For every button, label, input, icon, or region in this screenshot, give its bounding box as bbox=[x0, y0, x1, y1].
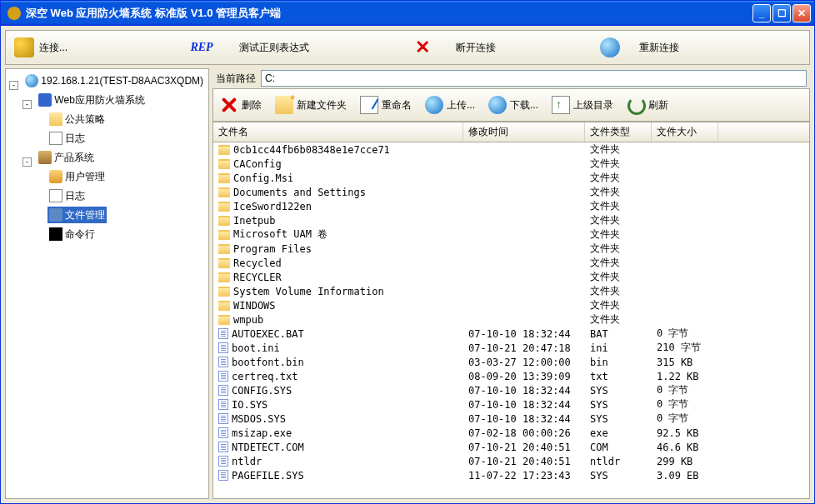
header-spacer bbox=[718, 122, 809, 142]
file-type: bin bbox=[585, 357, 652, 368]
folder-icon bbox=[218, 301, 230, 311]
header-name[interactable]: 文件名 bbox=[213, 122, 463, 142]
x-icon: ✕ bbox=[415, 37, 430, 58]
reconnect-icon-button[interactable] bbox=[589, 31, 631, 64]
file-type: 文件夹 bbox=[585, 199, 652, 213]
file-name: System Volume Information bbox=[233, 286, 384, 297]
file-row[interactable]: IceSword122en文件夹 bbox=[213, 199, 809, 213]
file-row[interactable]: boot.ini07-10-21 20:47:18ini210 字节 bbox=[213, 341, 809, 355]
up-icon bbox=[552, 96, 570, 114]
file-row[interactable]: ntldr07-10-21 20:40:51ntldr299 KB bbox=[213, 454, 809, 468]
header-size[interactable]: 文件大小 bbox=[652, 122, 718, 142]
file-row[interactable]: RECYCLER文件夹 bbox=[213, 270, 809, 284]
tree-product-sys[interactable]: 产品系统 bbox=[37, 149, 96, 166]
file-date: 11-07-22 17:23:43 bbox=[463, 470, 585, 482]
file-name: IO.SYS bbox=[232, 399, 268, 411]
tree-user-label: 用户管理 bbox=[65, 169, 105, 184]
app-icon bbox=[8, 7, 21, 20]
file-name: AUTOEXEC.BAT bbox=[232, 328, 304, 340]
file-row[interactable]: AUTOEXEC.BAT07-10-10 18:32:44BAT0 字节 bbox=[213, 327, 809, 341]
test-regex-button[interactable]: 测试正则表达式 bbox=[231, 31, 398, 64]
file-name: Config.Msi bbox=[233, 172, 293, 184]
connect-button[interactable]: 连接... bbox=[6, 31, 172, 64]
file-row[interactable]: Config.Msi文件夹 bbox=[213, 171, 809, 185]
tree-toggle-product[interactable]: - bbox=[22, 157, 32, 167]
file-row[interactable]: Recycled文件夹 bbox=[213, 256, 809, 270]
filemgr-icon bbox=[49, 208, 62, 222]
file-date: 08-09-20 13:39:09 bbox=[463, 371, 585, 382]
rep-button[interactable]: REP bbox=[172, 31, 231, 64]
tree-log1[interactable]: 日志 bbox=[48, 130, 87, 147]
tree-waf[interactable]: Web应用防火墙系统 bbox=[37, 92, 146, 108]
tree-waf-label: Web应用防火墙系统 bbox=[54, 92, 144, 107]
path-input[interactable] bbox=[261, 70, 807, 87]
tree-log2[interactable]: 日志 bbox=[48, 187, 87, 204]
folder-icon bbox=[218, 202, 230, 212]
file-size: 3.09 EB bbox=[652, 470, 718, 482]
file-name: certreq.txt bbox=[232, 371, 298, 382]
folder-icon bbox=[218, 173, 230, 183]
file-row[interactable]: System Volume Information文件夹 bbox=[213, 284, 809, 298]
tree-user-mgmt[interactable]: 用户管理 bbox=[48, 168, 107, 185]
tree-root[interactable]: 192.168.1.21(TEST-D8AAC3XQDM) bbox=[23, 72, 205, 89]
file-row[interactable]: IO.SYS07-10-10 18:32:44SYS0 字节 bbox=[213, 397, 809, 412]
maximize-button[interactable]: ☐ bbox=[772, 4, 791, 22]
tree-cmd[interactable]: 命令行 bbox=[48, 226, 97, 242]
file-type: 文件夹 bbox=[585, 185, 652, 199]
disconnect-x-button[interactable]: ✕ bbox=[398, 31, 448, 64]
main-split: - 192.168.1.21(TEST-D8AAC3XQDM) - bbox=[5, 68, 810, 499]
tree-product-label: 产品系统 bbox=[54, 150, 94, 165]
file-type: 文件夹 bbox=[585, 284, 652, 298]
reconnect-button[interactable]: 重新连接 bbox=[631, 31, 688, 64]
file-type: ini bbox=[585, 342, 652, 354]
rename-button[interactable]: 重命名 bbox=[353, 89, 418, 121]
file-name: bootfont.bin bbox=[232, 357, 304, 368]
tree-public-policy[interactable]: 公共策略 bbox=[48, 111, 107, 127]
new-folder-button[interactable]: 新建文件夹 bbox=[268, 89, 353, 121]
file-row[interactable]: PAGEFILE.SYS11-07-22 17:23:43SYS3.09 EB bbox=[213, 468, 809, 482]
new-folder-label: 新建文件夹 bbox=[297, 98, 347, 112]
header-date[interactable]: 修改时间 bbox=[463, 122, 585, 142]
file-row[interactable]: bootfont.bin03-03-27 12:00:00bin315 KB bbox=[213, 355, 809, 369]
file-row[interactable]: certreq.txt08-09-20 13:39:09txt1.22 KB bbox=[213, 369, 809, 383]
file-row[interactable]: Program Files文件夹 bbox=[213, 242, 809, 256]
tree-panel[interactable]: - 192.168.1.21(TEST-D8AAC3XQDM) - bbox=[5, 68, 209, 499]
file-row[interactable]: CONFIG.SYS07-10-10 18:32:44SYS0 字节 bbox=[213, 383, 809, 397]
file-row[interactable]: Inetpub文件夹 bbox=[213, 213, 809, 227]
delete-button[interactable]: 删除 bbox=[213, 89, 268, 121]
file-row[interactable]: CAConfig文件夹 bbox=[213, 157, 809, 171]
disconnect-button[interactable]: 断开连接 bbox=[448, 31, 589, 64]
file-size: 0 字节 bbox=[652, 383, 718, 397]
titlebar[interactable]: 深空 Web 应用防火墙系统 标准版 V1.0 管理员客户端 _ ☐ ✕ bbox=[1, 1, 814, 26]
file-list[interactable]: 文件名 修改时间 文件类型 文件大小 0cb1cc44fb6b08348e1e7… bbox=[212, 122, 810, 499]
file-row[interactable]: 0cb1cc44fb6b08348e1e7cce71文件夹 bbox=[213, 142, 809, 157]
upload-button[interactable]: 上传... bbox=[418, 89, 482, 121]
file-row[interactable]: NTDETECT.COM07-10-21 20:40:51COM46.6 KB bbox=[213, 440, 809, 454]
file-row[interactable]: Documents and Settings文件夹 bbox=[213, 185, 809, 199]
refresh-label: 刷新 bbox=[648, 98, 668, 112]
header-type[interactable]: 文件类型 bbox=[585, 122, 652, 142]
minimize-button[interactable]: _ bbox=[752, 4, 771, 22]
tree-policy-label: 公共策略 bbox=[65, 112, 105, 127]
file-row[interactable]: wmpub文件夹 bbox=[213, 312, 809, 327]
right-panel: 当前路径 删除 新建文件夹 重命名 上传... 下载... 上级目录 刷新 文件… bbox=[212, 68, 810, 499]
file-row[interactable]: WINDOWS文件夹 bbox=[213, 298, 809, 312]
file-date: 07-02-18 00:00:26 bbox=[463, 427, 585, 439]
file-date: 07-10-10 18:32:44 bbox=[463, 399, 585, 411]
refresh-button[interactable]: 刷新 bbox=[620, 89, 675, 121]
file-row[interactable]: Microsoft UAM 卷文件夹 bbox=[213, 227, 809, 242]
tree-file-mgmt[interactable]: 文件管理 bbox=[48, 207, 107, 223]
file-size: 0 字节 bbox=[652, 327, 718, 341]
up-dir-button[interactable]: 上级目录 bbox=[545, 89, 620, 121]
tree-toggle-waf[interactable]: - bbox=[22, 100, 32, 109]
tree-toggle-root[interactable]: - bbox=[9, 81, 18, 90]
waf-icon bbox=[38, 93, 52, 107]
file-row[interactable]: msizap.exe07-02-18 00:00:26exe92.5 KB bbox=[213, 426, 809, 440]
file-type: exe bbox=[585, 427, 652, 439]
folder-icon bbox=[218, 145, 230, 155]
path-label: 当前路径 bbox=[216, 72, 256, 86]
download-button[interactable]: 下载... bbox=[482, 89, 545, 121]
delete-label: 删除 bbox=[242, 98, 262, 112]
close-button[interactable]: ✕ bbox=[792, 4, 811, 22]
file-row[interactable]: MSDOS.SYS07-10-10 18:32:44SYS0 字节 bbox=[213, 412, 809, 426]
